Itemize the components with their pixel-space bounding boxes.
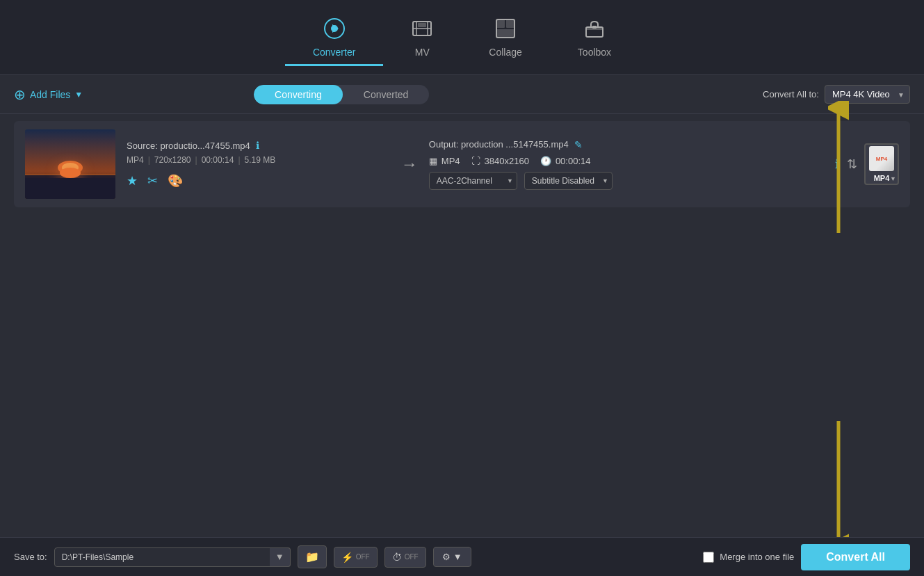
- settings-dropdown-arrow: ▼: [453, 552, 462, 562]
- nav-collage-label: Collage: [489, 47, 521, 58]
- collage-icon: [494, 17, 517, 42]
- output-filename-line: Output: production ...5147455.mp4 ✎: [429, 139, 824, 150]
- flash-off-label: OFF: [356, 553, 370, 561]
- schedule-icon: ⏱: [392, 552, 402, 563]
- add-files-label: Add Files: [30, 89, 70, 100]
- output-dropdowns: AAC-2Channel AAC-5.1Channel MP3 Subtitle…: [429, 172, 824, 190]
- format-select[interactable]: MP4 4K Video MP4 1080p AVI MOV: [825, 85, 910, 104]
- output-duration-item: 🕐 00:00:14: [540, 156, 591, 166]
- source-info: Source: productio...47455.mp4 ℹ MP4 | 72…: [127, 140, 390, 189]
- flash-icon: ⚡: [341, 552, 353, 563]
- save-to-label: Save to:: [14, 552, 47, 562]
- nav-toolbox-label: Toolbox: [578, 47, 611, 58]
- format-select-wrapper: MP4 4K Video MP4 1080p AVI MOV: [825, 85, 910, 104]
- row-settings-button[interactable]: ⇅: [847, 157, 857, 172]
- schedule-off-label: OFF: [405, 553, 419, 561]
- edit-icon[interactable]: ✎: [574, 139, 583, 150]
- file-list: Source: productio...47455.mp4 ℹ MP4 | 72…: [0, 114, 924, 220]
- convert-all-to-label: Convert All to:: [763, 89, 819, 99]
- subtitle-wrapper: Subtitle Disabled Subtitle Enabled: [524, 172, 613, 190]
- gear-icon: ⚙: [442, 552, 451, 562]
- source-filename-line: Source: productio...47455.mp4 ℹ: [127, 140, 390, 151]
- toolbox-icon: [583, 17, 606, 42]
- clock-icon: 🕐: [540, 156, 551, 166]
- tab-switcher: Converting Converted: [254, 85, 429, 104]
- source-meta: MP4 | 720x1280 | 00:00:14 | 5.19 MB: [127, 155, 390, 165]
- thumbnail: [25, 129, 115, 199]
- converter-icon: [323, 17, 346, 42]
- format-thumb-image: MP4: [869, 146, 894, 171]
- star-icon[interactable]: ★: [127, 173, 138, 189]
- merge-label: Merge into one file: [720, 552, 794, 562]
- output-info: Output: production ...5147455.mp4 ✎ ▦ MP…: [429, 139, 824, 190]
- svg-rect-4: [418, 23, 426, 27]
- nav-mv-label: MV: [415, 47, 430, 58]
- source-resolution: 720x1280: [154, 155, 191, 165]
- converted-tab[interactable]: Converted: [343, 85, 430, 104]
- table-row: Source: productio...47455.mp4 ℹ MP4 | 72…: [14, 121, 910, 207]
- schedule-button[interactable]: ⏱ OFF: [384, 547, 426, 568]
- film-icon: ▦: [429, 156, 437, 166]
- output-filename: Output: production ...5147455.mp4: [429, 139, 569, 150]
- subtitle-select[interactable]: Subtitle Disabled Subtitle Enabled: [524, 172, 613, 190]
- merge-checkbox[interactable]: [703, 552, 714, 563]
- flash-button[interactable]: ⚡ OFF: [334, 547, 378, 568]
- audio-channel-wrapper: AAC-2Channel AAC-5.1Channel MP3: [429, 172, 517, 190]
- add-files-dropdown-arrow: ▼: [74, 90, 83, 99]
- svg-rect-7: [506, 19, 514, 28]
- mv-icon: [411, 17, 433, 42]
- svg-point-17: [56, 177, 84, 186]
- nav-converter[interactable]: Converter: [285, 10, 383, 65]
- convert-all-to-section: Convert All to: MP4 4K Video MP4 1080p A…: [763, 85, 910, 104]
- output-meta: ▦ MP4 ⛶ 3840x2160 🕐 00:00:14: [429, 156, 824, 166]
- source-duration: 00:00:14: [202, 155, 234, 165]
- output-resolution-item: ⛶ 3840x2160: [471, 156, 529, 166]
- source-format: MP4: [127, 155, 144, 165]
- converting-tab[interactable]: Converting: [254, 85, 343, 104]
- nav-converter-label: Converter: [313, 47, 355, 58]
- save-path-wrapper: ▼: [54, 547, 291, 567]
- expand-icon: ⛶: [471, 156, 480, 166]
- scissors-icon[interactable]: ✂: [147, 173, 158, 189]
- palette-icon[interactable]: 🎨: [168, 173, 183, 189]
- svg-rect-8: [496, 29, 514, 38]
- output-format: MP4: [441, 156, 460, 166]
- output-duration: 00:00:14: [556, 156, 591, 166]
- format-thumb-label: MP4: [874, 174, 890, 182]
- svg-rect-11: [592, 26, 597, 29]
- format-thumb-dropdown-arrow: ▼: [890, 175, 896, 182]
- format-thumbnail[interactable]: MP4 MP4 ▼: [864, 143, 899, 185]
- folder-button[interactable]: 📁: [298, 545, 327, 568]
- nav-collage[interactable]: Collage: [461, 10, 549, 65]
- save-path-dropdown-arrow[interactable]: ▼: [270, 547, 291, 567]
- convert-all-button[interactable]: Convert All: [801, 544, 910, 570]
- svg-point-14: [62, 163, 79, 173]
- arrow-separator: →: [401, 154, 418, 174]
- source-size: 5.19 MB: [245, 155, 276, 165]
- svg-rect-6: [496, 19, 505, 28]
- plus-icon: ⊕: [14, 86, 26, 103]
- settings-button[interactable]: ⚙ ▼: [433, 547, 471, 567]
- toolbar: ⊕ Add Files ▼ Converting Converted Conve…: [0, 75, 924, 114]
- merge-checkbox-area: Merge into one file: [703, 552, 794, 563]
- output-resolution: 3840x2160: [485, 156, 529, 166]
- source-filename: Source: productio...47455.mp4: [127, 141, 250, 151]
- add-files-button[interactable]: ⊕ Add Files ▼: [14, 86, 83, 103]
- audio-channel-select[interactable]: AAC-2Channel AAC-5.1Channel MP3: [429, 172, 517, 190]
- source-info-icon[interactable]: ℹ: [256, 140, 259, 151]
- output-format-item: ▦ MP4: [429, 156, 460, 166]
- thumbnail-image: [25, 129, 115, 199]
- row-actions: ℹ ⇅ MP4 MP4 ▼: [835, 143, 899, 185]
- top-navigation: Converter MV Collage: [0, 0, 924, 75]
- svg-rect-15: [25, 175, 115, 199]
- nav-mv[interactable]: MV: [383, 10, 461, 65]
- action-icons: ★ ✂ 🎨: [127, 173, 390, 189]
- arrow-annotation-bottom: [828, 414, 849, 555]
- row-info-button[interactable]: ℹ: [835, 157, 840, 172]
- save-path-input[interactable]: [54, 547, 291, 567]
- nav-toolbox[interactable]: Toolbox: [550, 10, 639, 65]
- bottom-bar: Save to: ▼ 📁 ⚡ OFF ⏱ OFF ⚙ ▼ Merge into …: [0, 537, 924, 576]
